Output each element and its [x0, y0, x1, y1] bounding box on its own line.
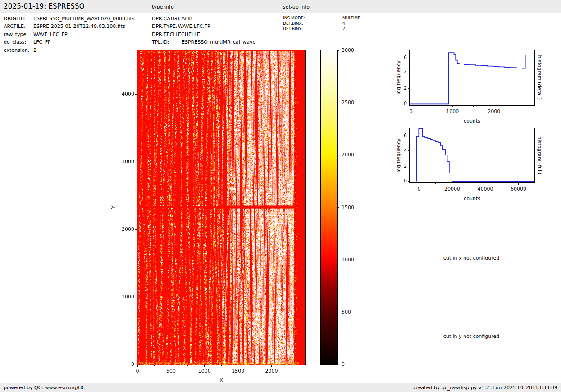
tick-label: 0 — [388, 178, 407, 184]
meta-label: DET.BINX: — [283, 21, 342, 26]
page-title: 2025-01-19: ESPRESSO — [4, 2, 85, 10]
axis-tick — [135, 162, 137, 162]
histogram-step-line — [417, 129, 534, 182]
meta-label: DPR.TYPE: — [152, 23, 178, 30]
tick-label: 6 — [388, 132, 407, 138]
axis-tick — [409, 81, 410, 81]
meta-value: 4 — [342, 21, 345, 26]
axis-tick — [408, 166, 410, 166]
axis-tick — [255, 365, 255, 366]
axis-tick — [452, 105, 453, 107]
tick-label: 0 — [388, 100, 407, 106]
axis-tick — [409, 143, 410, 143]
meta-value: WAVE,LFC,FP — [178, 23, 210, 29]
meta-label: raw_type: — [4, 31, 33, 38]
tick-label: 1500 — [227, 368, 249, 374]
meta-row: do_class:LFC_FP — [4, 38, 135, 46]
axis-tick — [135, 365, 137, 365]
meta-row: INS.MODE:MULTIMR — [283, 15, 360, 21]
meta-value: LFC_FP — [33, 39, 51, 45]
meta-value: WAVE_LFC_FP — [33, 32, 68, 37]
hist-detail-x-label: counts — [410, 118, 534, 124]
tick-label: 1500 — [342, 205, 360, 210]
axis-tick — [137, 365, 138, 367]
meta-label: DPR.TECH: — [152, 31, 178, 38]
tick-label: 2000 — [483, 109, 505, 114]
axis-tick — [187, 365, 188, 366]
axis-tick — [135, 229, 137, 230]
axis-tick — [408, 104, 410, 104]
tick-label: 1000 — [441, 109, 464, 114]
meta-value: ESPRE.2025-01-20T12:48:03.108.fits — [33, 23, 125, 29]
tick-label: 2000 — [342, 152, 360, 158]
tick-label: 500 — [160, 368, 182, 374]
histogram-detail-line — [410, 50, 534, 105]
tick-label: 500 — [342, 309, 360, 315]
axis-tick — [408, 88, 410, 89]
axis-tick — [338, 155, 339, 155]
axis-tick — [338, 312, 339, 312]
meta-value: ECHELLE — [178, 32, 200, 37]
meta-row: raw_type:WAVE_LFC_FP — [4, 31, 135, 38]
axis-tick — [408, 73, 410, 73]
axis-tick — [473, 105, 474, 107]
axis-tick — [515, 105, 515, 107]
type-info-block: DPR.CATG:CALIB DPR.TYPE:WAVE,LFC,FP DPR.… — [152, 15, 255, 46]
axis-tick — [409, 96, 410, 96]
axis-tick — [135, 297, 137, 297]
tick-label: 20000 — [441, 186, 463, 192]
tick-label: 0 — [115, 361, 134, 367]
hist-detail-right-label: histogram (detail) — [537, 55, 543, 100]
tick-label: 0 — [400, 109, 422, 114]
axis-tick — [408, 136, 410, 136]
tick-label: 4000 — [115, 91, 134, 97]
axis-tick — [432, 105, 432, 107]
meta-row: DPR.TECH:ECHELLE — [152, 31, 255, 38]
axis-tick — [171, 365, 171, 367]
hist-detail-y-label: log frequency — [396, 60, 401, 94]
axis-tick — [469, 183, 469, 184]
axis-tick — [502, 183, 502, 184]
footer-left-text: powered by QC: www.eso.org/HC — [4, 385, 85, 391]
hist-full-right-label: histogram (full) — [537, 137, 543, 175]
tick-label: 3000 — [115, 159, 134, 164]
tick-label: 2500 — [342, 100, 360, 105]
meta-value: MULTIMR — [342, 16, 360, 20]
meta-value: ESPRESSO_MULTIMR_WAVE020_0008.fits — [33, 16, 135, 22]
tick-label: 6 — [388, 55, 407, 60]
meta-value: CALIB — [178, 16, 192, 22]
axis-tick — [271, 365, 272, 367]
cut-x-note: cut in x not configured — [422, 255, 521, 261]
histogram-full-plot: 02000040000600000246 — [410, 128, 534, 182]
axis-tick — [288, 365, 288, 366]
axis-tick — [408, 58, 410, 58]
axis-tick — [485, 183, 485, 185]
axis-tick — [238, 365, 238, 367]
qc-rawdisp-report: 2025-01-19: ESPRESSO type info set-up in… — [0, 0, 561, 392]
axis-tick — [409, 158, 410, 159]
axis-tick — [338, 50, 339, 51]
tick-label: 3000 — [342, 47, 360, 53]
meta-row: DPR.TYPE:WAVE,LFC,FP — [152, 23, 255, 30]
setup-info-block: INS.MODE:MULTIMR DET.BINX:4 DET.BINY:2 — [283, 15, 360, 32]
axis-tick — [408, 181, 410, 182]
meta-row: ORIGFILE:ESPRESSO_MULTIMR_WAVE020_0008.f… — [4, 15, 135, 23]
histogram-full-line — [410, 128, 534, 182]
tick-label: 40000 — [474, 186, 497, 192]
meta-value: ESPRESSO_multiMR_cal_wave — [182, 39, 255, 45]
meta-label: DET.BINY: — [283, 26, 342, 32]
tick-label: 1000 — [115, 294, 134, 300]
tick-label: 2000 — [115, 226, 134, 232]
tick-label: 2000 — [260, 368, 283, 374]
meta-row: extension:2 — [4, 46, 135, 54]
axis-tick — [435, 183, 436, 184]
raw-echelle-image — [137, 50, 305, 365]
meta-value: 2 — [342, 27, 345, 31]
meta-label: INS.MODE: — [283, 15, 342, 21]
file-info-block: ORIGFILE:ESPRESSO_MULTIMR_WAVE020_0008.f… — [4, 15, 135, 54]
meta-row: DPR.CATG:CALIB — [152, 15, 255, 23]
axis-tick — [338, 207, 339, 208]
axis-tick — [494, 105, 494, 107]
cut-y-note: cut in y not configured — [422, 333, 521, 339]
tick-label: 60000 — [507, 186, 529, 192]
